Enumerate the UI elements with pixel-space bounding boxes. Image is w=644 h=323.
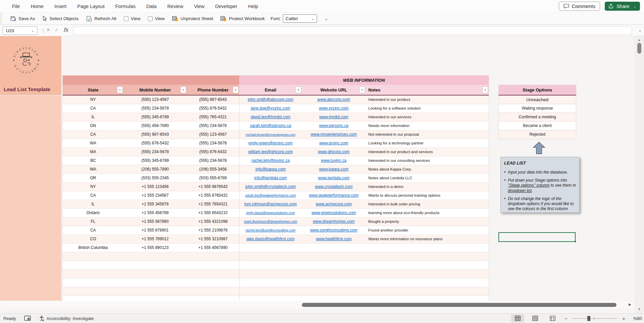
table-row[interactable] [63,287,489,296]
zoom-percentage[interactable]: %80 [631,316,642,321]
email-link[interactable]: rachel.kim@tuvinc.ca [251,158,289,163]
scroll-down-icon[interactable]: ▼ [635,308,643,311]
phone-filter-button[interactable]: ▾ [233,86,238,93]
table-row[interactable]: CA(555) 987-6543(555) 123-4567michael.br… [63,130,489,139]
comments-button[interactable]: Comments [559,2,600,11]
column-header-notes[interactable]: Notes ▾ [366,85,489,95]
table-row[interactable]: FL+1 555 567890+1 555 4321098mark.thomps… [63,217,489,226]
notes-filter-button[interactable]: ▾ [482,86,488,93]
menu-item-developer[interactable]: Developer [210,4,243,9]
column-header-phone[interactable]: Phone Number ▾ [187,85,239,95]
state-filter-button[interactable]: ▾ [117,86,123,93]
formula-input[interactable] [73,26,632,35]
table-row[interactable]: WA(555) 876-5432(555) 234-5678emily.gree… [63,139,489,148]
scroll-right-icon[interactable]: ▶ [629,303,631,306]
email-link[interactable]: jake.davis@healthfirst.com [247,237,295,241]
table-row[interactable]: NY(555) 123-4567(555) 987-6543john.smith… [63,95,489,104]
menu-item-page-layout[interactable]: Page Layout [72,4,110,9]
table-row[interactable]: CA+1 555 678901+1 555 2109876rachel.kim@… [63,226,489,235]
fill-handle[interactable] [574,240,576,243]
email-link[interactable]: john.smith@crystaltech.com [245,184,296,189]
vertical-scroll-thumb[interactable] [637,43,641,54]
table-row[interactable]: BC(555) 345-6789(555) 234-5678rachel.kim… [63,156,489,165]
zoom-out-button[interactable]: − [564,316,568,321]
menu-item-help[interactable]: Help [243,4,264,9]
stage-option[interactable]: Waiting response [498,104,576,113]
email-link[interactable]: emily.davis@greensolutions.com [246,211,295,215]
column-header-website[interactable]: Website URL ▾ [302,85,366,95]
page-layout-view-button[interactable] [529,314,541,322]
horizontal-scroll-thumb[interactable] [302,303,616,307]
table-row[interactable]: ON(555) 456-7890(555) 234-5678sarah.kim@… [63,122,489,130]
expand-formula-bar-icon[interactable]: ⌄ [638,28,642,33]
zoom-slider-thumb[interactable] [587,316,590,321]
table-row[interactable]: NY+1 555 123456+1 555 9876543john.smith@… [63,183,489,191]
column-header-state[interactable]: State ▾ [63,85,123,95]
website-link[interactable]: www.lambda.com [318,176,350,180]
table-row[interactable]: CA+1 555 234567+1 555 8765432sarah.lee@p… [63,191,489,200]
scroll-up-icon[interactable]: ▲ [635,38,643,42]
website-link[interactable]: www.lmnltd.com [319,115,348,119]
menu-item-home[interactable]: Home [25,4,49,9]
email-link[interactable]: emily.green@qrsinc.com [249,141,292,145]
website-link[interactable]: www.zenithconsulting.com [310,228,358,233]
website-link[interactable]: www.xyzinc.com [319,106,348,111]
email-link[interactable]: michael.brown@mnoenterprises.com [246,133,296,136]
website-link[interactable]: www.qrsinc.com [319,141,348,145]
stage-option[interactable]: Rejected [498,130,576,139]
protect-workbook-button[interactable]: Protect Workbook [217,14,268,23]
accessibility-status[interactable]: Accessibility: Investigate [39,316,94,321]
menu-item-view[interactable]: View [189,4,210,9]
page-break-view-button[interactable] [546,314,559,322]
insert-function-icon[interactable]: fx [63,27,68,33]
email-link[interactable]: david.lee@lmnltd.com [251,115,290,119]
email-link[interactable]: info@kappa.com [255,167,285,172]
table-row[interactable] [63,261,489,270]
view-checkbox-2[interactable]: View [144,14,168,23]
website-link[interactable]: www.ghicorp.com [318,149,350,154]
toolbar-more-chevron-icon[interactable]: ⌄ [324,16,328,21]
checkbox-icon[interactable] [148,16,153,21]
table-row[interactable] [63,252,489,261]
table-row[interactable] [63,270,489,278]
table-row[interactable]: Ontario+1 555 456789+1 555 6543210emily.… [63,209,489,217]
website-link[interactable]: www.tuvinc.ca [321,158,346,163]
save-as-button[interactable]: Save As [7,14,39,23]
share-button[interactable]: Share ⌄ [605,2,640,11]
website-link[interactable]: www.dreamhomes.com [313,219,355,224]
stage-option[interactable]: Became a client [498,122,576,130]
enter-icon[interactable]: ✓ [55,27,59,33]
menu-item-insert[interactable]: Insert [49,4,72,9]
menu-item-file[interactable]: File [7,4,25,9]
stage-option[interactable]: Unreached [498,95,576,104]
menu-item-data[interactable]: Data [141,4,162,9]
website-link[interactable]: www.mnoenterprises.com [311,132,357,137]
website-link[interactable]: www.greensolutions.com [312,210,356,215]
vertical-scrollbar[interactable]: ▲ ▼ [635,37,643,312]
table-row[interactable]: MA(555) 234-5678(555) 876-5432william.le… [63,148,489,156]
mobile-filter-button[interactable]: ▾ [180,86,186,93]
website-link[interactable]: www.crystaltech.com [315,184,353,189]
website-filter-button[interactable]: ▾ [359,86,365,93]
table-row[interactable]: British Columbia+1 555 890123+1 555 4567… [63,244,489,252]
menu-item-review[interactable]: Review [162,4,189,9]
email-link[interactable]: tom.johnson@acmecorp.com [244,202,297,206]
name-box-chevron-icon[interactable]: ⌄ [31,28,34,33]
website-link[interactable]: www.peakperformance.com [309,193,359,198]
cancel-icon[interactable]: ✕ [46,27,50,33]
website-link[interactable]: www.pqrsons.ca [319,123,348,128]
email-link[interactable]: mark.thompson@dreamhomes.com [244,220,297,223]
email-link[interactable]: sarah.lee@peakperformance.com [245,194,296,197]
unprotect-sheet-button[interactable]: Unprotect Sheet [168,14,217,23]
record-macro-icon[interactable] [24,316,31,321]
table-row[interactable] [63,278,489,287]
view-checkbox-1[interactable]: View [120,14,144,23]
table-row[interactable]: CA(555) 234-5678(555) 876-5432jane.doe@x… [63,104,489,113]
table-row[interactable]: WA(206) 555-7890(206) 555-3456info@kappa… [63,165,489,174]
website-link[interactable]: www.kappa.com [319,167,348,172]
email-link[interactable]: jane.doe@xyzinc.com [251,106,290,111]
email-link[interactable]: sarah.kim@pqrsons.ca [250,123,291,128]
stage-option[interactable]: Confirmed a meeting [498,113,576,122]
zoom-slider[interactable] [573,316,617,321]
column-header-email[interactable]: Email ▾ [239,85,302,95]
